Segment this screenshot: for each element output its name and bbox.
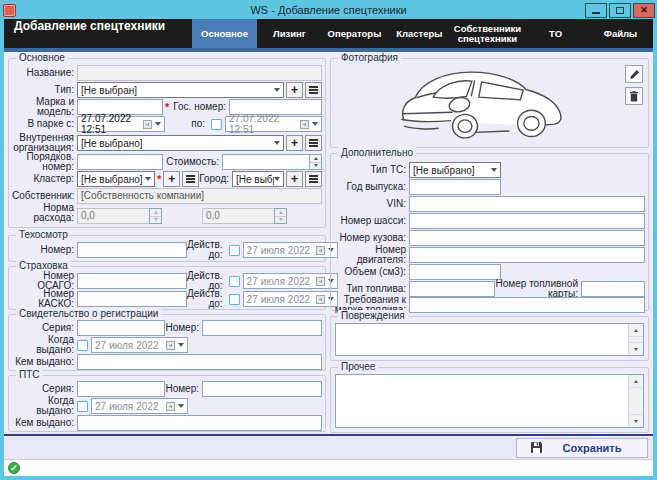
maximize-button[interactable] — [609, 3, 631, 18]
cluster-list-button[interactable] — [182, 171, 199, 187]
tab-files[interactable]: Файлы — [588, 19, 653, 48]
save-button[interactable]: Сохранить — [516, 438, 648, 458]
fuel-type-label: Тип топлива: — [334, 284, 409, 294]
reg-issued-when-checkbox[interactable] — [77, 340, 88, 351]
chevron-down-icon — [145, 177, 151, 181]
scroll-up-icon[interactable] — [629, 375, 643, 388]
chevron-down-icon — [178, 404, 184, 408]
kasko-number-field[interactable] — [77, 291, 187, 307]
list-icon — [309, 139, 318, 147]
ts-type-dropdown[interactable]: [Не выбрано] — [409, 162, 501, 178]
osago-number-field[interactable] — [77, 273, 187, 289]
calendar-icon — [316, 295, 325, 304]
other-textarea[interactable] — [336, 375, 628, 427]
chevron-down-icon — [178, 343, 184, 347]
spinner-up-icon — [150, 209, 161, 217]
park-from-label: В парке с: — [12, 119, 77, 129]
photo-delete-button[interactable] — [625, 87, 643, 105]
tab-owners[interactable]: Собственники спецтехники — [452, 19, 523, 48]
page-header: Добавление спецтехники Основное Лизинг О… — [4, 19, 653, 48]
type-add-button[interactable]: + — [286, 82, 303, 98]
other-scrollbar[interactable] — [628, 375, 643, 427]
cluster-add-button[interactable]: + — [163, 171, 180, 187]
chassis-number-field[interactable] — [409, 213, 645, 229]
group-additional: Дополнительно Тип ТС: [Не выбрано] Год в… — [330, 153, 649, 311]
owner-field: [Собственность компании] — [77, 188, 322, 204]
damages-scrollbar[interactable] — [628, 324, 643, 355]
park-to-checkbox[interactable] — [211, 119, 222, 130]
group-insurance: Страховка Номер ОСАГО: Действ. до: 27 ию… — [8, 266, 326, 310]
tab-operators[interactable]: Операторы — [322, 19, 387, 48]
cost-stepper[interactable] — [222, 154, 322, 170]
damages-textarea-wrap — [335, 323, 644, 356]
scroll-up-icon[interactable] — [629, 324, 643, 337]
inspection-valid-datepicker[interactable]: 27 июля 2022 — [243, 242, 339, 258]
pts-number-label: Номер: — [165, 384, 202, 394]
date-year: 2022 — [136, 401, 158, 412]
park-to-datepicker[interactable]: 27.07.2022 12:51 — [225, 116, 322, 132]
city-dropdown[interactable]: [Не выбрано] — [232, 171, 284, 187]
damages-textarea[interactable] — [336, 324, 628, 355]
type-value: [Не выбран] — [81, 85, 137, 96]
inspection-number-field[interactable] — [77, 242, 187, 258]
photo-edit-button[interactable] — [625, 65, 643, 83]
kasko-valid-datepicker[interactable]: 27 июля 2022 — [243, 291, 339, 307]
order-number-field[interactable] — [77, 154, 163, 170]
spinner-down-icon — [275, 217, 286, 224]
spinner-up-icon[interactable] — [310, 155, 321, 163]
scroll-down-icon[interactable] — [629, 342, 643, 355]
body-number-label: Номер кузова: — [334, 233, 409, 243]
tab-clusters[interactable]: Кластеры — [387, 19, 452, 48]
city-list-button[interactable] — [305, 171, 322, 187]
engine-number-field[interactable] — [409, 247, 645, 263]
org-add-button[interactable]: + — [286, 135, 303, 151]
kasko-valid-checkbox[interactable] — [229, 294, 240, 305]
spinner-down-icon[interactable] — [310, 163, 321, 170]
spinner-down-icon — [150, 217, 161, 224]
cluster-value: [Не выбрано] — [81, 174, 143, 185]
reg-issued-by-field[interactable] — [77, 354, 322, 370]
org-list-button[interactable] — [305, 135, 322, 151]
plus-icon: + — [291, 136, 298, 150]
pts-issued-when-checkbox[interactable] — [77, 401, 88, 412]
reg-series-field[interactable] — [77, 320, 165, 336]
chevron-down-icon — [155, 122, 161, 126]
inspection-valid-checkbox[interactable] — [229, 245, 240, 256]
status-bar: ✓ — [4, 459, 653, 476]
pts-number-field[interactable] — [202, 381, 322, 397]
cost-field[interactable] — [222, 154, 309, 170]
cost-spin-buttons[interactable] — [309, 154, 322, 170]
spinner-up-icon — [275, 209, 286, 217]
calendar-icon — [166, 341, 175, 350]
volume-field[interactable] — [409, 264, 501, 280]
inspection-valid-label: Действ. до: — [187, 240, 226, 260]
org-dropdown[interactable]: [Не выбрано] — [77, 135, 284, 151]
park-from-datepicker[interactable]: 27.07.2022 12:51 — [77, 116, 165, 132]
year-field[interactable] — [409, 179, 501, 195]
minimize-icon — [592, 12, 600, 14]
body-number-field[interactable] — [409, 230, 645, 246]
scroll-down-icon[interactable] — [629, 414, 643, 427]
close-button[interactable]: ✕ — [633, 3, 655, 18]
type-list-button[interactable] — [305, 82, 322, 98]
vin-field[interactable] — [409, 196, 645, 212]
reg-issued-when-datepicker[interactable]: 27 июля 2022 — [91, 337, 188, 353]
pts-issued-by-field[interactable] — [77, 415, 322, 431]
minimize-button[interactable] — [585, 3, 607, 18]
tab-main[interactable]: Основное — [192, 19, 257, 48]
osago-valid-checkbox[interactable] — [229, 276, 240, 287]
city-add-button[interactable]: + — [286, 171, 303, 187]
tab-leasing[interactable]: Лизинг — [257, 19, 322, 48]
tab-maintenance[interactable]: ТО — [523, 19, 588, 48]
osago-valid-datepicker[interactable]: 27 июля 2022 — [243, 273, 339, 289]
group-other: Прочее — [330, 367, 649, 433]
calendar-icon — [143, 120, 152, 129]
pts-series-field[interactable] — [77, 381, 165, 397]
cluster-dropdown[interactable]: [Не выбрано] — [77, 171, 155, 187]
status-ok-icon: ✓ — [8, 462, 20, 474]
reg-number-field[interactable] — [202, 320, 322, 336]
type-dropdown[interactable]: [Не выбран] — [77, 82, 284, 98]
pts-issued-when-datepicker[interactable]: 27 июля 2022 — [91, 398, 188, 414]
group-pts: ПТС Серия: Номер: Когда выдано: 27 июля … — [8, 375, 326, 432]
fuel-requirements-field[interactable] — [409, 297, 645, 313]
